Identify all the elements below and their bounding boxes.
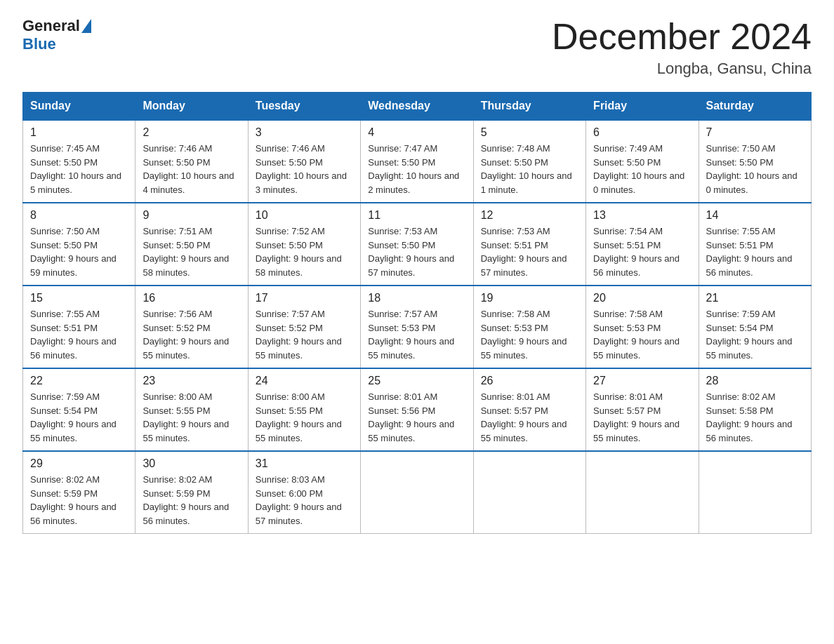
day-info: Sunrise: 8:01 AMSunset: 5:57 PMDaylight:…: [481, 390, 578, 445]
calendar-cell: 12Sunrise: 7:53 AMSunset: 5:51 PMDayligh…: [473, 203, 585, 286]
calendar-cell: 22Sunrise: 7:59 AMSunset: 5:54 PMDayligh…: [23, 368, 135, 451]
day-info: Sunrise: 7:57 AMSunset: 5:53 PMDaylight:…: [368, 307, 465, 362]
calendar-cell: 4Sunrise: 7:47 AMSunset: 5:50 PMDaylight…: [361, 120, 473, 203]
day-number: 31: [256, 457, 353, 470]
calendar-cell: 3Sunrise: 7:46 AMSunset: 5:50 PMDaylight…: [248, 120, 360, 203]
day-number: 23: [143, 375, 240, 387]
month-title: December 2024: [552, 17, 812, 57]
day-number: 8: [30, 209, 128, 222]
day-info: Sunrise: 7:58 AMSunset: 5:53 PMDaylight:…: [481, 307, 578, 362]
day-info: Sunrise: 7:53 AMSunset: 5:51 PMDaylight:…: [481, 224, 578, 279]
logo-triangle-icon: [81, 19, 91, 33]
calendar-cell: 5Sunrise: 7:48 AMSunset: 5:50 PMDaylight…: [473, 120, 585, 203]
day-info: Sunrise: 7:48 AMSunset: 5:50 PMDaylight:…: [481, 142, 578, 196]
day-info: Sunrise: 7:47 AMSunset: 5:50 PMDaylight:…: [368, 142, 465, 196]
day-info: Sunrise: 8:01 AMSunset: 5:56 PMDaylight:…: [368, 390, 465, 445]
calendar-cell: 30Sunrise: 8:02 AMSunset: 5:59 PMDayligh…: [135, 451, 248, 534]
day-number: 25: [368, 375, 465, 387]
day-info: Sunrise: 7:53 AMSunset: 5:50 PMDaylight:…: [368, 224, 465, 279]
calendar-cell: 16Sunrise: 7:56 AMSunset: 5:52 PMDayligh…: [135, 286, 248, 368]
day-number: 22: [30, 375, 128, 387]
calendar-cell: [361, 451, 473, 534]
calendar-week-row: 1Sunrise: 7:45 AMSunset: 5:50 PMDaylight…: [23, 120, 812, 203]
day-number: 30: [143, 457, 240, 470]
calendar-cell: [699, 451, 811, 534]
day-info: Sunrise: 7:59 AMSunset: 5:54 PMDaylight:…: [706, 307, 804, 362]
day-number: 13: [593, 209, 691, 222]
logo-general-text: General: [22, 17, 80, 35]
day-number: 26: [481, 375, 578, 387]
day-number: 29: [30, 457, 128, 470]
calendar-cell: 23Sunrise: 8:00 AMSunset: 5:55 PMDayligh…: [135, 368, 248, 451]
calendar-cell: 10Sunrise: 7:52 AMSunset: 5:50 PMDayligh…: [248, 203, 360, 286]
day-number: 27: [593, 375, 691, 387]
day-info: Sunrise: 8:03 AMSunset: 6:00 PMDaylight:…: [256, 473, 353, 528]
calendar-week-row: 22Sunrise: 7:59 AMSunset: 5:54 PMDayligh…: [23, 368, 812, 451]
day-number: 7: [706, 126, 804, 139]
calendar-week-row: 15Sunrise: 7:55 AMSunset: 5:51 PMDayligh…: [23, 286, 812, 368]
calendar-cell: 21Sunrise: 7:59 AMSunset: 5:54 PMDayligh…: [699, 286, 811, 368]
title-area: December 2024 Longba, Gansu, China: [552, 17, 812, 78]
calendar-cell: 11Sunrise: 7:53 AMSunset: 5:50 PMDayligh…: [361, 203, 473, 286]
day-info: Sunrise: 7:50 AMSunset: 5:50 PMDaylight:…: [706, 142, 804, 196]
calendar-cell: 31Sunrise: 8:03 AMSunset: 6:00 PMDayligh…: [248, 451, 360, 534]
calendar-cell: 7Sunrise: 7:50 AMSunset: 5:50 PMDaylight…: [699, 120, 811, 203]
calendar-cell: 17Sunrise: 7:57 AMSunset: 5:52 PMDayligh…: [248, 286, 360, 368]
calendar-header-wednesday: Wednesday: [361, 93, 473, 121]
day-info: Sunrise: 8:00 AMSunset: 5:55 PMDaylight:…: [256, 390, 353, 445]
calendar-cell: [586, 451, 699, 534]
day-info: Sunrise: 7:49 AMSunset: 5:50 PMDaylight:…: [593, 142, 691, 196]
calendar-week-row: 29Sunrise: 8:02 AMSunset: 5:59 PMDayligh…: [23, 451, 812, 534]
calendar-cell: 27Sunrise: 8:01 AMSunset: 5:57 PMDayligh…: [586, 368, 699, 451]
calendar-header-sunday: Sunday: [23, 93, 135, 121]
day-number: 19: [481, 292, 578, 304]
day-number: 15: [30, 292, 128, 304]
day-number: 6: [593, 126, 691, 139]
page-header: General Blue December 2024 Longba, Gansu…: [22, 17, 812, 78]
day-info: Sunrise: 7:45 AMSunset: 5:50 PMDaylight:…: [30, 142, 128, 196]
calendar-header-monday: Monday: [135, 93, 248, 121]
day-info: Sunrise: 7:57 AMSunset: 5:52 PMDaylight:…: [256, 307, 353, 362]
day-number: 12: [481, 209, 578, 222]
day-info: Sunrise: 8:02 AMSunset: 5:59 PMDaylight:…: [143, 473, 240, 528]
day-number: 16: [143, 292, 240, 304]
day-number: 5: [481, 126, 578, 139]
calendar-table: SundayMondayTuesdayWednesdayThursdayFrid…: [22, 92, 812, 534]
day-number: 28: [706, 375, 804, 387]
calendar-header-saturday: Saturday: [699, 93, 811, 121]
day-number: 20: [593, 292, 691, 304]
day-info: Sunrise: 7:46 AMSunset: 5:50 PMDaylight:…: [256, 142, 353, 196]
day-number: 21: [706, 292, 804, 304]
calendar-cell: 14Sunrise: 7:55 AMSunset: 5:51 PMDayligh…: [699, 203, 811, 286]
day-info: Sunrise: 8:02 AMSunset: 5:58 PMDaylight:…: [706, 390, 804, 445]
calendar-cell: 24Sunrise: 8:00 AMSunset: 5:55 PMDayligh…: [248, 368, 360, 451]
calendar-cell: 25Sunrise: 8:01 AMSunset: 5:56 PMDayligh…: [361, 368, 473, 451]
calendar-cell: 2Sunrise: 7:46 AMSunset: 5:50 PMDaylight…: [135, 120, 248, 203]
day-number: 24: [256, 375, 353, 387]
calendar-cell: 20Sunrise: 7:58 AMSunset: 5:53 PMDayligh…: [586, 286, 699, 368]
day-number: 9: [143, 209, 240, 222]
day-info: Sunrise: 7:56 AMSunset: 5:52 PMDaylight:…: [143, 307, 240, 362]
day-number: 10: [256, 209, 353, 222]
location-subtitle: Longba, Gansu, China: [552, 60, 812, 78]
calendar-header-friday: Friday: [586, 93, 699, 121]
calendar-header-tuesday: Tuesday: [248, 93, 360, 121]
day-info: Sunrise: 7:51 AMSunset: 5:50 PMDaylight:…: [143, 224, 240, 279]
day-info: Sunrise: 7:59 AMSunset: 5:54 PMDaylight:…: [30, 390, 128, 445]
calendar-cell: 29Sunrise: 8:02 AMSunset: 5:59 PMDayligh…: [23, 451, 135, 534]
day-number: 18: [368, 292, 465, 304]
day-number: 1: [30, 126, 128, 139]
day-info: Sunrise: 7:52 AMSunset: 5:50 PMDaylight:…: [256, 224, 353, 279]
calendar-cell: 8Sunrise: 7:50 AMSunset: 5:50 PMDaylight…: [23, 203, 135, 286]
calendar-cell: 19Sunrise: 7:58 AMSunset: 5:53 PMDayligh…: [473, 286, 585, 368]
day-info: Sunrise: 7:50 AMSunset: 5:50 PMDaylight:…: [30, 224, 128, 279]
day-number: 2: [143, 126, 240, 139]
day-number: 3: [256, 126, 353, 139]
calendar-cell: 15Sunrise: 7:55 AMSunset: 5:51 PMDayligh…: [23, 286, 135, 368]
calendar-cell: 18Sunrise: 7:57 AMSunset: 5:53 PMDayligh…: [361, 286, 473, 368]
day-info: Sunrise: 7:55 AMSunset: 5:51 PMDaylight:…: [30, 307, 128, 362]
day-number: 11: [368, 209, 465, 222]
logo-blue-text: Blue: [22, 35, 56, 53]
logo: General Blue: [22, 17, 93, 53]
calendar-header-thursday: Thursday: [473, 93, 585, 121]
